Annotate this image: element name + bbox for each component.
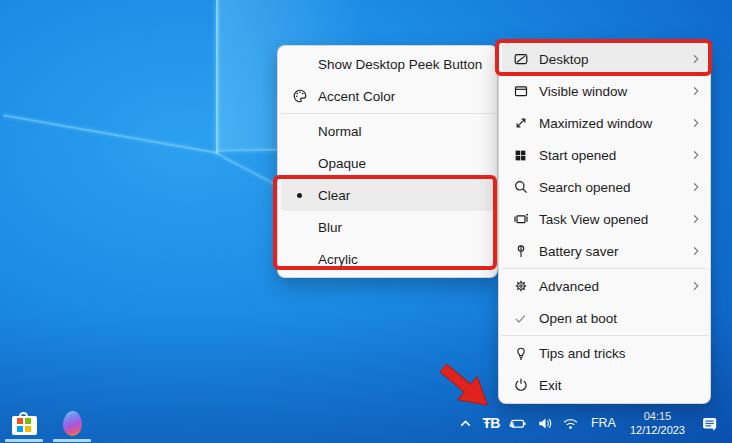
gear-icon (502, 278, 539, 294)
menu-item-tips-and-tricks[interactable]: Tips and tricks (502, 337, 707, 369)
menu-separator (280, 113, 495, 114)
menu-item-label: Visible window (539, 84, 685, 99)
cortana-icon (62, 410, 82, 436)
menu-item-label: Start opened (539, 148, 685, 163)
chevron-right-icon (685, 212, 707, 226)
menu-separator (501, 335, 708, 336)
menu-item-label: Accent Color (318, 89, 494, 104)
menu-item-label: Normal (318, 124, 494, 139)
tray-network-button[interactable] (558, 403, 584, 443)
menu-item-advanced[interactable]: Advanced (502, 270, 707, 302)
menu-item-label: Opaque (318, 156, 494, 171)
tray-language-indicator[interactable]: FRA (584, 403, 623, 443)
tray-translucenttb-icon-button[interactable]: ŦB (478, 403, 504, 443)
menu-item-label: Exit (539, 378, 707, 393)
menu-item-task-view-opened[interactable]: Task View opened (502, 203, 707, 235)
chevron-right-icon (685, 84, 707, 98)
desktop-icon (502, 51, 539, 67)
palette-icon (281, 88, 318, 104)
running-app-indicator (5, 439, 43, 442)
chevron-right-icon (685, 148, 707, 162)
translucenttb-icon: ŦB (483, 415, 500, 431)
menu-item-start-opened[interactable]: Start opened (502, 139, 707, 171)
menu-item-show-desktop-peek-button[interactable]: Show Desktop Peek Button (281, 48, 494, 80)
menu-item-search-opened[interactable]: Search opened (502, 171, 707, 203)
diagonal-resize-icon (502, 115, 539, 131)
menu-item-label: Search opened (539, 180, 685, 195)
menu-item-desktop[interactable]: Desktop (502, 43, 707, 75)
chevron-right-icon (685, 52, 707, 66)
task-view-icon (502, 211, 539, 227)
power-icon (502, 377, 539, 393)
menu-item-label: Clear (318, 188, 494, 203)
tray-volume-button[interactable] (531, 403, 558, 443)
search-icon (502, 179, 539, 195)
menu-item-label: Desktop (539, 52, 685, 67)
menu-item-label: Battery saver (539, 244, 685, 259)
clock-date: 12/12/2023 (630, 423, 685, 437)
wallpaper-beam (3, 114, 218, 154)
wallpaper-beam (216, 0, 218, 153)
windows-logo-icon (502, 148, 539, 163)
system-tray: ŦB FRA 04:15 (454, 403, 726, 443)
menu-item-label: Maximized window (539, 116, 685, 131)
menu-item-clear[interactable]: Clear (281, 179, 494, 211)
chevron-right-icon (685, 279, 707, 293)
chevron-right-icon (685, 180, 707, 194)
menu-item-label: Acrylic (318, 252, 494, 267)
clock-time: 04:15 (630, 409, 685, 423)
menu-item-label: Task View opened (539, 212, 685, 227)
translucenttb-menu: Desktop Visible window Maximized window (498, 40, 711, 404)
menu-item-accent-color[interactable]: Accent Color (281, 80, 494, 112)
action-center-icon (700, 414, 719, 433)
taskbar-app-microsoft-store[interactable] (2, 403, 46, 443)
menu-separator (501, 268, 708, 269)
menu-item-label: Advanced (539, 279, 685, 294)
tray-chevron-up-button[interactable] (454, 403, 478, 443)
tray-battery-button[interactable] (504, 403, 531, 443)
menu-item-normal[interactable]: Normal (281, 115, 494, 147)
tray-clock[interactable]: 04:15 12/12/2023 (623, 403, 692, 443)
menu-item-blur[interactable]: Blur (281, 211, 494, 243)
menu-item-label: Tips and tricks (539, 346, 707, 361)
microsoft-store-icon (12, 412, 37, 435)
battery-charging-icon (508, 415, 527, 432)
menu-item-opaque[interactable]: Opaque (281, 147, 494, 179)
running-app-indicator (53, 439, 91, 442)
menu-item-label: Show Desktop Peek Button (318, 57, 494, 72)
window-icon (502, 83, 539, 99)
menu-item-exit[interactable]: Exit (502, 369, 707, 401)
menu-item-acrylic[interactable]: Acrylic (281, 243, 494, 275)
battery-saver-icon (502, 243, 539, 259)
menu-item-battery-saver[interactable]: Battery saver (502, 235, 707, 267)
action-center-button[interactable] (692, 403, 726, 443)
menu-item-label: Open at boot (539, 311, 707, 326)
chevron-right-icon (685, 244, 707, 258)
menu-item-label: Blur (318, 220, 494, 235)
chevron-right-icon (685, 116, 707, 130)
menu-item-visible-window[interactable]: Visible window (502, 75, 707, 107)
taskbar: ŦB FRA 04:15 (0, 403, 732, 443)
desktop-submenu: Show Desktop Peek Button Accent Color No… (277, 45, 498, 278)
taskbar-app-cortana[interactable] (50, 403, 94, 443)
selected-bullet-icon (281, 193, 318, 198)
chevron-up-icon (458, 416, 473, 431)
lightbulb-icon (502, 345, 539, 361)
speaker-icon (536, 415, 553, 432)
check-icon (502, 311, 539, 326)
menu-item-open-at-boot[interactable]: Open at boot (502, 302, 707, 334)
menu-item-maximized-window[interactable]: Maximized window (502, 107, 707, 139)
wifi-icon (562, 415, 579, 432)
